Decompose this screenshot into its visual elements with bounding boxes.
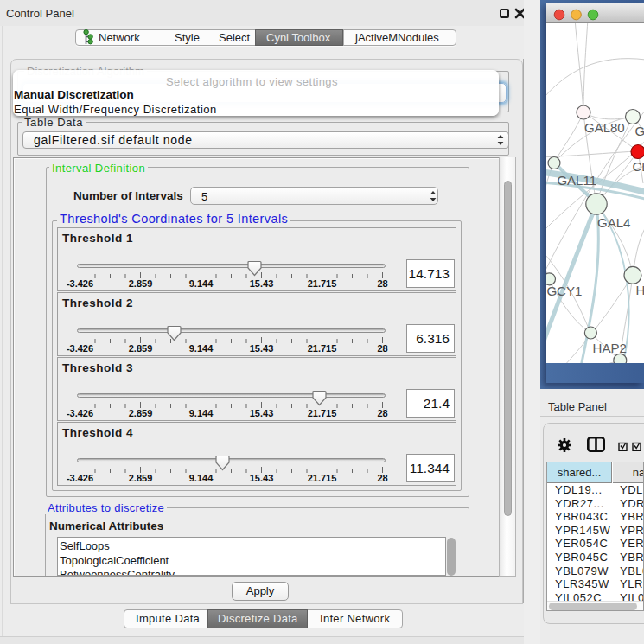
svg-text:GAL1: GAL1 — [635, 124, 644, 138]
svg-text:HIS4: HIS4 — [636, 283, 644, 297]
svg-text:GCY1: GCY1 — [546, 284, 582, 298]
svg-text:CD: CD — [633, 159, 644, 174]
svg-text:HAP2: HAP2 — [593, 341, 627, 355]
svg-text:GAL4: GAL4 — [597, 215, 630, 230]
svg-text:GAL80: GAL80 — [584, 120, 625, 135]
svg-text:GAL11: GAL11 — [557, 173, 596, 188]
